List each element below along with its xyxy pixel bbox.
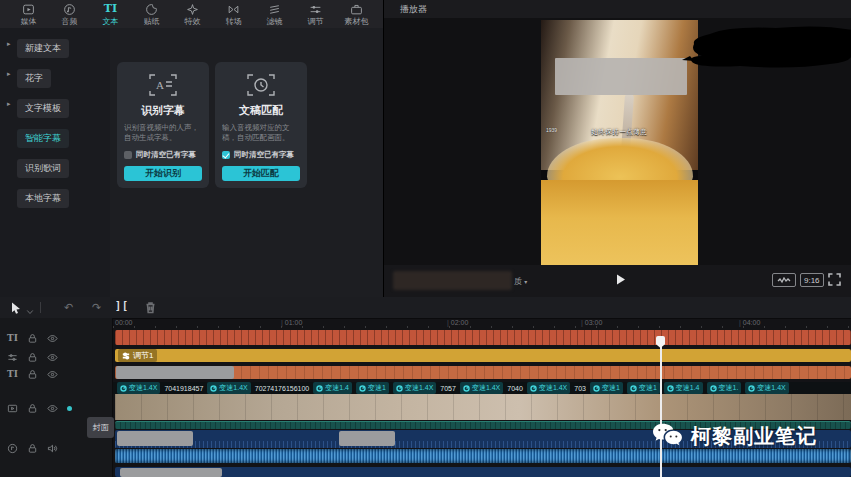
sidebar-item-button[interactable]: 智能字幕 — [17, 129, 69, 148]
eye-icon[interactable] — [47, 352, 58, 363]
tab-label: 媒体 — [21, 17, 37, 26]
recognize-subtitle-icon: A — [124, 70, 202, 100]
track-area: 调节1 变速1.4X7041918457变速1.4X70274176156100… — [113, 318, 851, 477]
mute-indicator-dot[interactable] — [67, 406, 72, 411]
toolbar-tab-transition[interactable]: 转场 — [213, 0, 254, 28]
track-header-row — [0, 440, 58, 456]
audio-clip-segment[interactable] — [120, 468, 222, 477]
lock-icon[interactable] — [27, 403, 38, 414]
adjust-track-clip[interactable]: 调节1 — [115, 349, 851, 362]
audio-waveform-track[interactable] — [115, 449, 851, 463]
svg-text:A: A — [156, 79, 164, 91]
speed-badge[interactable]: 变速1.4X — [460, 382, 503, 394]
lock-icon[interactable] — [27, 352, 38, 363]
toolbar-tab-text[interactable]: TI文本 — [90, 0, 131, 28]
speed-icon — [630, 385, 637, 392]
top-toolbar: 媒体音频TI文本贴纸特效转场滤镜调节素材包 — [0, 0, 383, 29]
undo-icon[interactable]: ↶ — [64, 300, 73, 314]
speed-badge[interactable]: 变速1.4X — [117, 382, 160, 394]
speed-icon — [530, 385, 537, 392]
text-track-icon[interactable]: TI — [7, 332, 18, 344]
cover-button[interactable]: 封面 — [87, 417, 114, 438]
toolbar-tab-media[interactable]: 媒体 — [8, 0, 49, 28]
quality-waveform-icon[interactable] — [772, 273, 796, 287]
card-title: 文稿匹配 — [222, 103, 300, 118]
aspect-ratio-badge[interactable]: 9:16 — [800, 273, 824, 287]
track-header-row — [0, 400, 72, 416]
eye-icon[interactable] — [47, 403, 58, 414]
audio-track-icon[interactable] — [7, 443, 18, 454]
adjust-clip-chip: 调节1 — [118, 349, 157, 362]
checkbox-icon[interactable] — [124, 151, 132, 159]
adjust-track-icon[interactable] — [7, 352, 18, 363]
lock-icon[interactable] — [27, 443, 38, 454]
track-headers: TITI — [0, 318, 113, 477]
aspect-ratio-label: 9:16 — [804, 276, 820, 285]
sidebar-item-button[interactable]: 花字 — [17, 69, 51, 88]
transition-icon — [227, 3, 240, 16]
eye-icon[interactable] — [47, 369, 58, 380]
script-match-icon — [222, 70, 300, 100]
speaker-icon[interactable] — [47, 443, 58, 454]
text-track-icon[interactable]: TI — [7, 368, 18, 380]
quality-dropdown[interactable]: 质 ▾ — [514, 276, 527, 287]
speed-icon — [316, 385, 323, 392]
clip-number-label: 7057 — [440, 385, 456, 392]
toolbar-tab-audio[interactable]: 音频 — [49, 0, 90, 28]
sidebar-item-button[interactable]: 本地字幕 — [17, 189, 69, 208]
text-clip-segment[interactable] — [116, 366, 234, 379]
speed-badge[interactable]: 变速1.4X — [527, 382, 570, 394]
speed-badge[interactable]: 变速1 — [627, 382, 660, 394]
toolbar-tab-effects[interactable]: 特效 — [172, 0, 213, 28]
sidebar-item-button[interactable]: 识别歌词 — [17, 159, 69, 178]
subtitle-track-clip[interactable] — [115, 330, 851, 345]
speed-badge[interactable]: 变速1.4 — [664, 382, 703, 394]
checkbox-label: 同时清空已有字幕 — [136, 150, 196, 160]
start-recognize-button[interactable]: 开始识别 — [124, 166, 202, 181]
chevron-right-icon[interactable]: ▸ — [7, 100, 11, 108]
start-match-button[interactable]: 开始匹配 — [222, 166, 300, 181]
playhead-handle[interactable] — [656, 336, 665, 348]
audio-clip-segment[interactable] — [117, 431, 193, 446]
lock-icon[interactable] — [27, 333, 38, 344]
chevron-right-icon[interactable]: ▸ — [7, 40, 11, 48]
sidebar-item-button[interactable]: 新建文本 — [17, 39, 69, 58]
redo-icon[interactable]: ↷ — [92, 300, 101, 314]
clear-existing-subtitles-checkbox[interactable]: 同时清空已有字幕 — [124, 150, 202, 160]
speed-icon — [748, 385, 755, 392]
checkbox-checked-icon[interactable] — [222, 151, 230, 159]
video-track-filmstrip[interactable] — [115, 394, 851, 420]
speed-badge[interactable]: 变速1.4X — [207, 382, 250, 394]
toolbar-tab-package[interactable]: 素材包 — [336, 0, 377, 28]
lock-icon[interactable] — [27, 369, 38, 380]
sidebar-item-button[interactable]: 文字模板 — [17, 99, 69, 118]
toolbar-tab-sticker[interactable]: 贴纸 — [131, 0, 172, 28]
speed-badge[interactable]: 变速1.4X — [745, 382, 788, 394]
sidebar-item: 识别歌词 — [17, 157, 110, 178]
split-icon[interactable]: ][ — [115, 300, 129, 311]
clear-existing-subtitles-checkbox[interactable]: 同时清空已有字幕 — [222, 150, 300, 160]
toolbar-tab-adjust[interactable]: 调节 — [295, 0, 336, 28]
play-button[interactable] — [614, 272, 627, 290]
audio-track-bottom[interactable] — [115, 467, 851, 477]
speed-badge[interactable]: 变速1 — [356, 382, 389, 394]
speed-badge[interactable]: 变速1. — [707, 382, 742, 394]
video-track-icon[interactable] — [7, 403, 18, 414]
speed-badge[interactable]: 变速1.4 — [313, 382, 352, 394]
chevron-right-icon[interactable]: ▸ — [7, 70, 11, 78]
eye-icon[interactable] — [47, 333, 58, 344]
select-tool-icon[interactable] — [9, 300, 22, 318]
card-description: 输入音视频对应的文稿，自动匹配画面。 — [222, 123, 300, 145]
speed-badge[interactable]: 变速1 — [590, 382, 623, 394]
watermark: 柯黎副业笔记 — [651, 422, 817, 450]
delete-icon[interactable] — [144, 300, 157, 318]
text-icon: TI — [104, 3, 117, 16]
track-header-row — [0, 349, 58, 365]
speed-badge[interactable]: 变速1.4X — [393, 382, 436, 394]
script-match-card: 文稿匹配 输入音视频对应的文稿，自动匹配画面。 同时清空已有字幕 开始匹配 — [215, 62, 307, 188]
fullscreen-icon[interactable] — [828, 272, 841, 290]
toolbar-tab-filter[interactable]: 滤镜 — [254, 0, 295, 28]
video-preview[interactable]: 1939 始终保持一点薄意 — [541, 20, 698, 265]
playhead-line — [660, 338, 662, 477]
audio-clip-segment[interactable] — [339, 431, 395, 446]
